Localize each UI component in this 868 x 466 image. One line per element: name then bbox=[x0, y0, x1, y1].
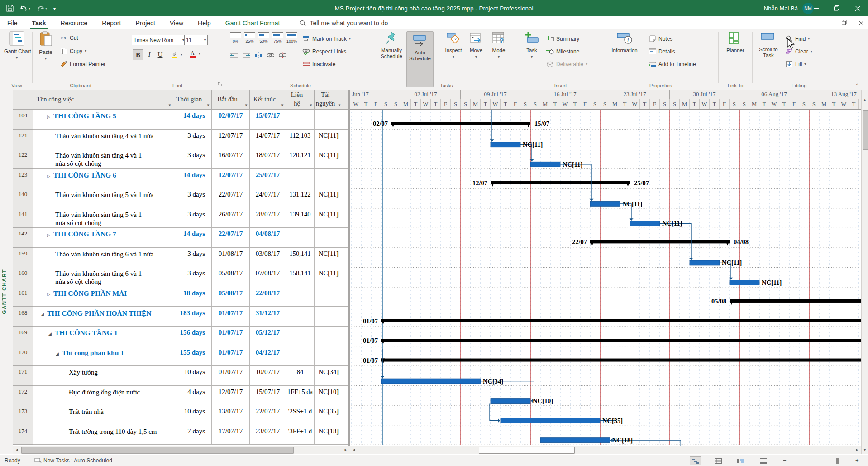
cell-171-6[interactable]: NC[34] bbox=[315, 366, 343, 386]
redo-button[interactable]: ▾ bbox=[37, 5, 47, 12]
cell-141-1[interactable]: Tháo ván khuôn sàn tầng 5 và 1 nửa số cộ… bbox=[33, 208, 173, 228]
filter-arrow-icon[interactable]: ▼ bbox=[206, 103, 210, 107]
row-id-171[interactable]: 171 bbox=[13, 366, 33, 386]
save-icon[interactable] bbox=[6, 5, 14, 12]
team-planner-view-icon[interactable] bbox=[735, 456, 747, 465]
cell-140-3[interactable]: 22/07/17 bbox=[212, 188, 250, 208]
cell-142-6[interactable] bbox=[315, 228, 343, 248]
row-id-140[interactable]: 140 bbox=[13, 188, 33, 208]
tab-report[interactable]: Report bbox=[95, 16, 128, 29]
row-id-170[interactable]: 170 bbox=[13, 346, 33, 366]
cell-123-3[interactable]: 12/07/17 bbox=[212, 169, 250, 189]
cell-142-2[interactable]: 14 days bbox=[173, 228, 212, 248]
filter-arrow-icon[interactable]: ▼ bbox=[309, 103, 313, 107]
italic-button[interactable]: I bbox=[144, 49, 154, 59]
cell-142-1[interactable]: THI CÔNG TẦNG 7▷ bbox=[33, 228, 173, 248]
expand-icon[interactable]: ▷ bbox=[47, 290, 50, 298]
auto-schedule-button[interactable]: Auto Schedule bbox=[406, 31, 434, 87]
tab-project[interactable]: Project bbox=[128, 16, 162, 29]
filter-arrow-icon[interactable]: ▼ bbox=[281, 103, 284, 107]
tab-resource[interactable]: Resource bbox=[53, 16, 95, 29]
gantt-bar-task[interactable] bbox=[630, 221, 660, 226]
cell-170-6[interactable] bbox=[315, 346, 343, 366]
cut-button[interactable]: ✂Cut bbox=[60, 34, 78, 42]
gantt-bar-task[interactable] bbox=[730, 280, 759, 285]
chart-vscrollbar[interactable]: ▲ ▼ bbox=[861, 90, 868, 454]
cell-141-4[interactable]: 28/07/17 bbox=[250, 208, 286, 228]
view-strip-label[interactable]: GANTT CHART bbox=[1, 269, 7, 314]
cell-142-5[interactable] bbox=[286, 228, 315, 248]
scroll-down-icon[interactable]: ▼ bbox=[862, 446, 868, 454]
cell-121-5[interactable]: 112,103 bbox=[286, 130, 315, 149]
cell-169-6[interactable] bbox=[315, 327, 343, 346]
cell-161-1[interactable]: THI CÔNG PHẦN MÁI▷ bbox=[33, 287, 173, 307]
gantt-view-icon[interactable] bbox=[690, 456, 701, 465]
gantt-bar-task[interactable] bbox=[690, 260, 720, 265]
column-header-5[interactable]: Liên hệ▼ bbox=[286, 90, 315, 110]
cell-122-3[interactable]: 16/07/17 bbox=[212, 149, 250, 169]
cell-161-3[interactable]: 05/08/17 bbox=[212, 287, 250, 307]
zoom-in-button[interactable]: + bbox=[855, 457, 859, 464]
scroll-to-task-button[interactable]: Scroll to Task bbox=[755, 31, 782, 58]
cell-161-5[interactable] bbox=[286, 287, 315, 307]
new-tasks-mode-icon[interactable] bbox=[34, 457, 42, 465]
cell-159-6[interactable]: NC[11] bbox=[315, 248, 343, 268]
cell-159-3[interactable]: 01/08/17 bbox=[212, 248, 250, 268]
cell-104-6[interactable] bbox=[315, 110, 343, 130]
cell-121-3[interactable]: 12/07/17 bbox=[212, 130, 250, 149]
gantt-bar-task[interactable] bbox=[501, 418, 600, 423]
font-color-button[interactable]: A▾ bbox=[189, 50, 200, 58]
scroll-right-icon[interactable]: ► bbox=[342, 446, 350, 454]
cell-123-6[interactable] bbox=[315, 169, 343, 189]
percent-100-button[interactable]: 100% bbox=[285, 32, 298, 43]
row-id-122[interactable]: 122 bbox=[13, 149, 33, 169]
cell-140-5[interactable]: 131,122 bbox=[286, 188, 315, 208]
row-id-142[interactable]: 142 bbox=[13, 228, 33, 248]
cell-169-3[interactable]: 01/07/17 bbox=[212, 327, 250, 346]
mark-on-track-button[interactable]: Mark on Track▾ bbox=[302, 35, 351, 43]
cell-174-3[interactable]: 17/07/17 bbox=[212, 425, 250, 445]
cell-174-2[interactable]: 7 days bbox=[173, 425, 212, 445]
doc-close-icon[interactable] bbox=[859, 19, 863, 27]
information-button[interactable]: i Information bbox=[606, 31, 643, 53]
outdent-task-icon[interactable] bbox=[230, 51, 238, 59]
restore-button[interactable] bbox=[826, 0, 847, 16]
cell-168-1[interactable]: THI CÔNG PHẦN HOÀN THIỆN◢ bbox=[33, 307, 173, 327]
cell-141-3[interactable]: 26/07/17 bbox=[212, 208, 250, 228]
cell-174-1[interactable]: Trát tường trong 110 dày 1,5 cm bbox=[33, 425, 173, 445]
cell-123-5[interactable] bbox=[286, 169, 315, 189]
cell-122-5[interactable]: 120,121 bbox=[286, 149, 315, 169]
column-header-4[interactable]: Kết thúc▼ bbox=[250, 90, 286, 110]
collapse-icon[interactable]: ◢ bbox=[56, 350, 59, 358]
zoom-slider-track[interactable] bbox=[791, 461, 852, 461]
cell-123-4[interactable]: 25/07/17 bbox=[250, 169, 286, 189]
cell-160-3[interactable]: 05/08/17 bbox=[212, 267, 250, 287]
gantt-bar-task[interactable] bbox=[491, 142, 520, 147]
gantt-bar-task[interactable] bbox=[381, 379, 481, 384]
percent-50-button[interactable]: 50% bbox=[257, 32, 270, 43]
row-id-173[interactable]: 173 bbox=[13, 405, 33, 425]
underline-button[interactable]: U bbox=[155, 49, 165, 59]
row-id-174[interactable]: 174 bbox=[13, 425, 33, 445]
inactivate-button[interactable]: Inactivate bbox=[302, 60, 335, 68]
tab-view[interactable]: View bbox=[162, 16, 191, 29]
row-id-161[interactable]: 161 bbox=[13, 287, 33, 307]
doc-restore-icon[interactable] bbox=[842, 19, 847, 27]
row-id-172[interactable]: 172 bbox=[13, 386, 33, 406]
copy-button[interactable]: Copy▾ bbox=[60, 47, 86, 55]
percent-0-button[interactable]: 0% bbox=[229, 32, 242, 43]
zoom-slider-thumb[interactable] bbox=[836, 458, 839, 464]
cell-121-2[interactable]: 3 days bbox=[173, 130, 212, 149]
cell-161-4[interactable]: 22/08/17 bbox=[250, 287, 286, 307]
cell-171-1[interactable]: Xây tường bbox=[33, 366, 173, 386]
account-name[interactable]: Nhẫn Mai Bá bbox=[764, 5, 798, 12]
cell-170-3[interactable]: 01/07/17 bbox=[212, 346, 250, 366]
cell-140-2[interactable]: 3 days bbox=[173, 188, 212, 208]
new-tasks-mode[interactable]: New Tasks : Auto Scheduled bbox=[43, 457, 112, 464]
row-id-123[interactable]: 123 bbox=[13, 169, 33, 189]
tell-me-search[interactable]: Tell me what you want to do bbox=[300, 19, 388, 27]
format-painter-button[interactable]: Format Painter bbox=[60, 60, 105, 68]
cell-170-4[interactable]: 04/12/17 bbox=[250, 346, 286, 366]
details-button[interactable]: Details bbox=[649, 48, 675, 55]
row-id-159[interactable]: 159 bbox=[13, 248, 33, 268]
